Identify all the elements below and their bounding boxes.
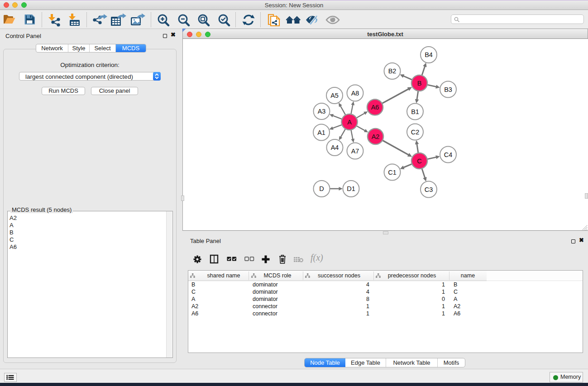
svg-text:A4: A4 <box>331 144 339 151</box>
svg-text:A6: A6 <box>371 104 379 111</box>
svg-text:A7: A7 <box>351 148 359 155</box>
svg-text:B: B <box>417 80 422 87</box>
svg-text:A1: A1 <box>317 129 325 136</box>
svg-text:D: D <box>319 185 324 192</box>
svg-text:C: C <box>417 157 421 165</box>
svg-text:B4: B4 <box>425 51 433 58</box>
svg-text:C2: C2 <box>411 129 420 136</box>
svg-text:C4: C4 <box>444 151 453 158</box>
svg-text:A5: A5 <box>330 92 339 99</box>
svg-text:A3: A3 <box>318 108 326 115</box>
svg-text:D1: D1 <box>347 185 355 192</box>
svg-text:A2: A2 <box>372 133 380 140</box>
svg-text:A: A <box>347 119 352 126</box>
svg-text:C3: C3 <box>425 186 433 193</box>
svg-text:A8: A8 <box>351 90 359 97</box>
svg-text:C1: C1 <box>388 169 397 176</box>
svg-text:B2: B2 <box>388 67 397 75</box>
svg-text:B3: B3 <box>444 86 452 93</box>
svg-text:B1: B1 <box>411 108 419 115</box>
